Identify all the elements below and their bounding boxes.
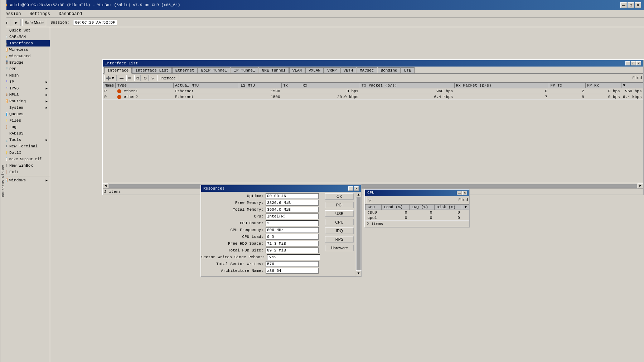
add-button[interactable]: ➕▼ [104, 75, 117, 81]
tab-gre-tunnel[interactable]: GRE Tunnel [259, 67, 289, 73]
scroll-thumb[interactable] [357, 197, 360, 270]
edit-button[interactable]: ✏ [126, 75, 133, 81]
table-row[interactable]: R ⬤ ether1 Ethernet 1500 0 bps 960 bps 0… [103, 88, 643, 94]
res-field-value[interactable] [266, 261, 319, 267]
sidebar-item-mesh[interactable]: ⬡ Mesh [0, 72, 50, 79]
cpu-row[interactable]: cpu0 0 0 0 [365, 210, 469, 215]
res-field-value[interactable] [266, 234, 319, 240]
res-field-value[interactable] [266, 214, 319, 219]
tab-eoip-tunnel[interactable]: EoIP Tunnel [198, 67, 231, 73]
menu-settings[interactable]: Settings [28, 11, 52, 17]
menu-dashboard[interactable]: Dashboard [57, 11, 83, 17]
res-field-value[interactable] [267, 254, 320, 260]
res-scrollbar[interactable]: ▲ ▼ [356, 192, 361, 276]
sidebar-item-ip[interactable]: IP IP ▶ [0, 79, 50, 85]
tab-ip-tunnel[interactable]: IP Tunnel [231, 67, 258, 73]
tab-veth[interactable]: VETH [340, 67, 356, 73]
maximize-button[interactable]: □ [628, 2, 634, 8]
res-field-value[interactable] [266, 241, 319, 246]
sidebar-item-quick-set[interactable]: ⚡ Quick Set [0, 27, 50, 34]
res-minimize-btn[interactable]: — [348, 186, 353, 191]
res-btn-pci[interactable]: PCI [325, 202, 354, 208]
sidebar-item-make-supout[interactable]: 📄 Make Supout.rif [0, 156, 50, 162]
table-row[interactable]: R ⬤ ether2 Ethernet 1500 20.0 kbps 6.4 k… [103, 94, 643, 100]
sidebar-item-radius[interactable]: ● RADIUS [0, 130, 50, 137]
sidebar-item-dot1x[interactable]: 🔐 Dot1X [0, 150, 50, 156]
res-field-value[interactable] [266, 200, 319, 206]
detect-internet-button[interactable]: Interface [157, 75, 179, 81]
tab-vrrp[interactable]: VRRP [324, 67, 340, 73]
sidebar-item-wireless[interactable]: 📶 Wireless [0, 47, 50, 53]
res-close-btn[interactable]: ✕ [354, 186, 359, 191]
col-actual-mtu[interactable]: Actual MTU [174, 83, 239, 88]
cpu-col-irq[interactable]: IRQ (%) [409, 205, 434, 210]
tab-ethernet[interactable]: Ethernet [172, 67, 198, 73]
cpu-filter-btn[interactable]: ▽ [367, 197, 373, 203]
sidebar-item-mpls[interactable]: 📦 MPLS ▶ [0, 92, 50, 98]
res-field-value[interactable] [266, 248, 319, 253]
safe-mode-button[interactable]: Safe Mode [22, 19, 46, 26]
remove-button[interactable]: — [118, 75, 125, 81]
forward-button[interactable]: ► [12, 19, 21, 26]
col-rx-packet[interactable]: Rx Packet (p/s) [454, 83, 549, 88]
disable-button[interactable]: ⊘ [142, 75, 149, 81]
res-field-value[interactable] [266, 227, 319, 233]
sidebar-item-ppp[interactable]: 🔗 PPP [0, 66, 50, 72]
res-field-value[interactable] [266, 268, 319, 274]
scroll-left-arrow[interactable]: ◄ [103, 183, 108, 189]
col-tx[interactable]: Tx [282, 83, 301, 88]
res-field-value[interactable] [266, 220, 319, 226]
sidebar-item-routing[interactable]: 🔀 Routing ▶ [0, 98, 50, 104]
tab-vlan[interactable]: VLAN [289, 67, 305, 73]
scroll-track[interactable] [109, 184, 637, 188]
h-scrollbar[interactable]: ◄ ► [103, 183, 643, 189]
col-sort-icon[interactable]: ▼ [621, 83, 643, 88]
res-btn-hardware[interactable]: Hardware [325, 245, 354, 251]
col-fp-tx[interactable]: FP Tx [549, 83, 586, 88]
col-tx-packet[interactable]: Tx Packet (p/s) [360, 83, 454, 88]
cpu-col-cpu[interactable]: CPU [365, 205, 382, 210]
scroll-down-btn[interactable]: ▼ [356, 270, 362, 276]
copy-button[interactable]: ⧉ [134, 75, 141, 81]
sidebar-item-log[interactable]: 📋 Log [0, 124, 50, 130]
col-type[interactable]: Type [116, 83, 174, 88]
scroll-up-btn[interactable]: ▲ [356, 192, 362, 197]
sidebar-item-files[interactable]: 📁 Files [0, 117, 50, 124]
sidebar-item-bridge[interactable]: 🌉 Bridge [0, 59, 50, 66]
cpu-col-disk[interactable]: Disk (%) [434, 205, 462, 210]
tab-macsec[interactable]: MACsec [357, 67, 377, 73]
close-button[interactable]: ✕ [635, 2, 641, 8]
scroll-right-arrow[interactable]: ► [638, 183, 643, 189]
cpu-col-load[interactable]: Load (%) [382, 205, 410, 210]
cpu-close-btn[interactable]: ✕ [462, 191, 467, 195]
col-rx[interactable]: Rx [301, 83, 360, 88]
res-btn-rps[interactable]: RPS [325, 236, 354, 243]
res-field-value[interactable] [266, 207, 319, 212]
res-field-value[interactable] [266, 193, 319, 199]
tab-vxlan[interactable]: VXLAN [305, 67, 324, 73]
sidebar-item-tools[interactable]: 🔧 Tools ▶ [0, 137, 50, 143]
sidebar-item-queues[interactable]: 📊 Queues [0, 111, 50, 117]
res-btn-usb[interactable]: USB [325, 210, 354, 217]
cpu-col-sort[interactable]: ▼ [462, 205, 469, 210]
sidebar-item-new-winbox[interactable]: 🖥 New WinBox [0, 162, 50, 169]
sidebar-item-exit[interactable]: 🚪 Exit [0, 169, 50, 175]
cpu-row[interactable]: cpu1 0 0 0 [365, 215, 469, 221]
tab-interface-list[interactable]: Interface List [132, 67, 171, 73]
iface-close-btn[interactable]: ✕ [636, 61, 641, 65]
tab-lte[interactable]: LTE [401, 67, 415, 73]
filter-button[interactable]: ▽ [150, 75, 156, 81]
iface-maximize-btn[interactable]: □ [631, 61, 636, 65]
col-name[interactable]: Name [103, 83, 116, 88]
sidebar-item-windows[interactable]: 🪟 Windows ▶ [0, 177, 50, 184]
col-fp-rx[interactable]: FP Rx [586, 83, 621, 88]
sidebar-item-ipv6[interactable]: IP IPv6 ▶ [0, 85, 50, 92]
sidebar-item-system[interactable]: ⚙ System ▶ [0, 104, 50, 111]
res-btn-cpu[interactable]: CPU [325, 219, 354, 225]
sidebar-item-interfaces[interactable]: 🔌 Interfaces [0, 40, 50, 47]
tab-bonding[interactable]: Bonding [378, 67, 401, 73]
cpu-minimize-btn[interactable]: — [457, 191, 462, 195]
sidebar-item-capsman[interactable]: 📡 CAPsMAN [0, 34, 50, 40]
sidebar-item-wireguard[interactable]: 🔒 WireGuard [0, 53, 50, 59]
sidebar-item-new-terminal[interactable]: 💻 New Terminal [0, 143, 50, 150]
